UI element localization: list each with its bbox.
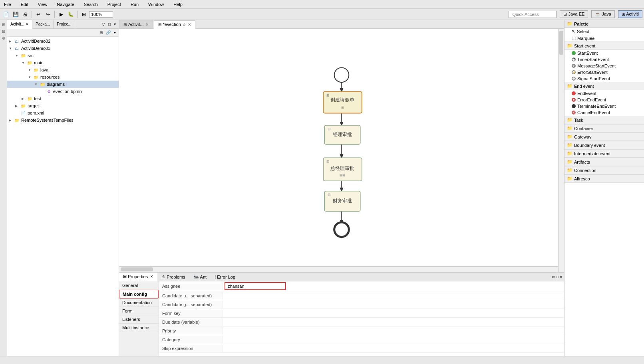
collapse-all-btn[interactable]: ⊟ <box>98 30 104 35</box>
explorer-settings-btn[interactable]: ▾ <box>113 30 117 35</box>
category-input[interactable] <box>225 337 563 342</box>
tab-activiti[interactable]: Activit... ✕ <box>7 20 32 29</box>
palette-section-header-start-event[interactable]: 📁 Start event <box>564 42 644 50</box>
toolbar-new[interactable]: 📄 <box>2 10 10 19</box>
tree-item-remotesystems[interactable]: 📁 RemoteSystemsTempFiles <box>7 117 119 124</box>
palette-item-terminate-end[interactable]: TerminateEndEvent <box>564 103 644 109</box>
prop-value-due-date[interactable] <box>223 318 564 326</box>
explorer-minimize-btn[interactable]: ▽ <box>101 22 106 27</box>
prop-value-category[interactable] <box>223 336 564 343</box>
palette-section-header-task[interactable]: 📁 Task <box>564 116 644 124</box>
prop-nav-multiinstance[interactable]: Multi instance <box>119 324 159 332</box>
tree-item-java[interactable]: 📁 java <box>7 66 119 73</box>
prop-value-priority[interactable] <box>223 327 564 334</box>
menu-edit[interactable]: Edit <box>18 1 31 8</box>
menu-navigate[interactable]: Navigate <box>54 1 76 8</box>
tree-item-activitidemo03[interactable]: 🗂 ActivitiDemo03 <box>7 45 119 52</box>
palette-section-header-boundary[interactable]: 📁 Boundary event <box>564 141 644 149</box>
evection-tab-close[interactable]: ✕ <box>188 22 191 27</box>
palette-item-message-start[interactable]: ✉ MessageStartEvent <box>564 63 644 69</box>
prop-nav-documentation[interactable]: Documentation <box>119 299 159 307</box>
editor-scrollbar-vertical[interactable] <box>558 29 564 272</box>
palette-section-header-container[interactable]: 📁 Container <box>564 125 644 133</box>
editor-tab-activiti[interactable]: ⊞ Activit... ✕ <box>119 20 153 28</box>
palette-section-header-gateway[interactable]: 📁 Gateway <box>564 133 644 141</box>
prop-value-form-key[interactable] <box>223 310 564 317</box>
toolbar-print[interactable]: 🖨 <box>21 10 30 19</box>
tree-expand-resources[interactable] <box>28 75 33 79</box>
palette-section-header-artifacts[interactable]: 📁 Artifacts <box>564 158 644 166</box>
activiti-tab-close[interactable]: ✕ <box>145 22 149 27</box>
prop-value-assignee[interactable] <box>223 281 564 291</box>
palette-section-header-connection[interactable]: 📁 Connection <box>564 166 644 174</box>
candidate-groups-input[interactable] <box>225 302 563 307</box>
toolbar-undo[interactable]: ↩ <box>34 10 43 19</box>
editor-tab-evection[interactable]: ⊞ *evection ☆ ✕ <box>154 20 195 29</box>
link-editor-btn[interactable]: 🔗 <box>105 30 112 35</box>
due-date-input[interactable] <box>225 319 563 325</box>
menu-file[interactable]: File <box>2 1 14 8</box>
tree-expand-test[interactable] <box>22 97 26 101</box>
prop-nav-general[interactable]: General <box>119 281 159 290</box>
tree-item-target[interactable]: 📁 target <box>7 102 119 109</box>
toolbar-run[interactable]: ▶ <box>57 10 66 19</box>
tree-item-activitidemo02[interactable]: 🗂 ActivitiDemo02 <box>7 38 119 45</box>
palette-section-header-intermediate[interactable]: 📁 Intermediate event <box>564 150 644 158</box>
skip-expression-input[interactable] <box>225 346 563 351</box>
palette-item-timer-start[interactable]: ⏱ TimerStartEvent <box>564 56 644 63</box>
properties-tab-close[interactable]: ✕ <box>150 275 153 279</box>
palette-item-select[interactable]: ↖ Select <box>564 28 644 35</box>
editor-scrollbar-horizontal[interactable] <box>119 266 558 272</box>
menu-run[interactable]: Run <box>128 1 141 8</box>
tree-item-pom[interactable]: 📄 pom.xml <box>7 109 119 117</box>
tree-item-test[interactable]: 📁 test <box>7 95 119 102</box>
palette-item-error-end[interactable]: ErrorEndEvent <box>564 97 644 103</box>
palette-item-start-event[interactable]: StartEvent <box>564 50 644 56</box>
tree-item-evection[interactable]: ⚙ evection.bpmn <box>7 88 119 95</box>
palette-item-error-start[interactable]: ⚡ ErrorStartEvent <box>564 69 644 75</box>
tree-item-diagrams[interactable]: 📁 diagrams <box>7 81 119 88</box>
prop-value-candidate-users[interactable] <box>223 292 564 299</box>
editor-content[interactable]: ⊞ 创建请假单 ⊞ ⊞ 经理审批 ⊞ 总经理审批 ⊞⊞ ⊞ 财务审批 <box>119 29 564 272</box>
quick-access-input[interactable] <box>509 11 557 18</box>
tree-item-resources[interactable]: 📁 resources <box>7 73 119 81</box>
form-key-input[interactable] <box>225 311 563 316</box>
explorer-maximize-btn[interactable]: □ <box>107 22 112 27</box>
toolbar-redo[interactable]: ↪ <box>44 10 52 19</box>
perspective-activiti[interactable]: ⊞ Activiti <box>618 10 642 18</box>
tree-expand-diagrams[interactable] <box>34 82 39 86</box>
sidebar-icon-1[interactable]: ⊞ <box>1 22 6 28</box>
prop-maximize-btn[interactable]: □ <box>556 275 559 279</box>
prop-close-btn[interactable]: ✕ <box>559 275 563 279</box>
prop-minimize-btn[interactable]: ▭ <box>552 275 555 279</box>
tab-project[interactable]: Projec... <box>54 20 75 28</box>
tree-item-main[interactable]: 📁 main <box>7 59 119 66</box>
sidebar-icon-3[interactable]: ⊕ <box>1 35 6 41</box>
palette-item-signal-start[interactable]: △ SignalStartEvent <box>564 75 644 82</box>
explorer-menu-btn[interactable]: ▾ <box>113 22 117 27</box>
tab-error-log[interactable]: ! Error Log <box>211 273 239 281</box>
palette-item-cancel-end[interactable]: ✕ CancelEndEvent <box>564 109 644 116</box>
prop-nav-form[interactable]: Form <box>119 307 159 315</box>
palette-section-header-alfresco[interactable]: 📁 Alfresco <box>564 175 644 183</box>
menu-view[interactable]: View <box>36 1 50 8</box>
candidate-users-input[interactable] <box>225 293 563 299</box>
toolbar-zoom-fit[interactable]: ⊞ <box>80 10 88 19</box>
activiti-tab-close[interactable]: ✕ <box>26 22 29 26</box>
palette-item-marquee[interactable]: ⬚ Marquee <box>564 35 644 42</box>
sidebar-icon-2[interactable]: ⊟ <box>1 28 6 34</box>
tab-problems[interactable]: ⚠ Problems <box>157 273 189 281</box>
prop-nav-listeners[interactable]: Listeners <box>119 315 159 324</box>
menu-window[interactable]: Window <box>146 1 166 8</box>
tab-package[interactable]: Packa... <box>32 20 54 28</box>
tree-expand-src[interactable] <box>15 53 20 57</box>
perspective-java[interactable]: ☕ Java <box>591 10 614 18</box>
prop-nav-mainconfig[interactable]: Main config <box>119 290 159 299</box>
menu-help[interactable]: Help <box>171 1 185 8</box>
assignee-input[interactable] <box>225 282 286 290</box>
priority-input[interactable] <box>225 328 563 334</box>
zoom-input[interactable] <box>89 11 113 18</box>
palette-section-header-end-event[interactable]: 📁 End event <box>564 82 644 90</box>
tree-expand-target[interactable] <box>15 104 20 108</box>
menu-search[interactable]: Search <box>81 1 100 8</box>
